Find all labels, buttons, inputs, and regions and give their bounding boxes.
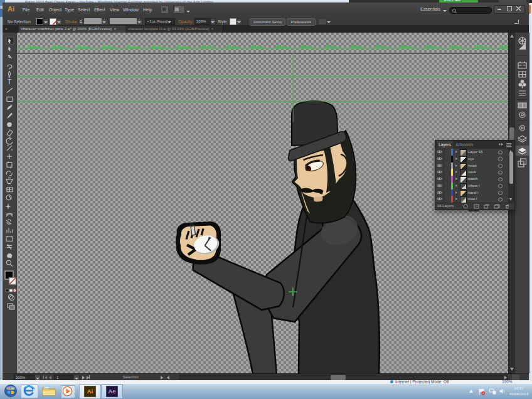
svg-text:T: T: [8, 78, 11, 85]
